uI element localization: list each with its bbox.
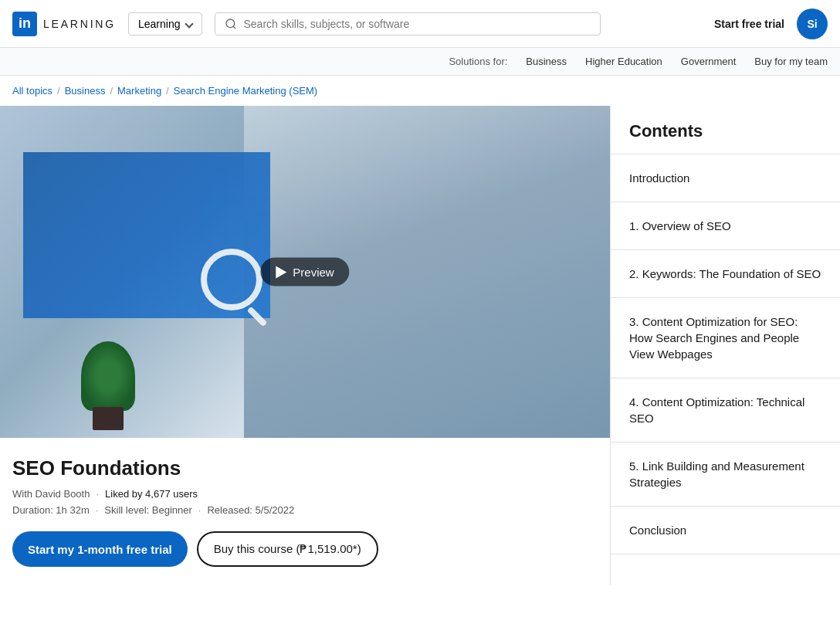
course-likes: Liked by 4,677 users bbox=[105, 488, 198, 500]
course-blue-overlay bbox=[23, 152, 270, 318]
solutions-government-link[interactable]: Government bbox=[681, 56, 737, 67]
course-duration: Duration: 1h 32m bbox=[12, 504, 90, 516]
course-image-bg: Preview bbox=[0, 106, 610, 438]
meta-dot-3: · bbox=[198, 504, 202, 516]
solutions-business-link[interactable]: Business bbox=[526, 56, 567, 67]
course-info: SEO Foundations With David Booth · Liked… bbox=[0, 438, 610, 567]
course-meta: With David Booth · Liked by 4,677 users bbox=[12, 488, 598, 500]
course-image: Preview bbox=[0, 106, 610, 438]
meta-dot-1: · bbox=[96, 488, 99, 500]
course-title: SEO Foundations bbox=[12, 456, 598, 480]
search-input[interactable] bbox=[243, 18, 591, 30]
svg-line-1 bbox=[234, 26, 236, 29]
start-free-trial-link[interactable]: Start free trial bbox=[714, 18, 784, 30]
contents-item-technical-seo[interactable]: 4. Content Optimization: Technical SEO bbox=[611, 378, 840, 442]
solutions-buy-team-link[interactable]: Buy for my team bbox=[754, 56, 828, 67]
logo-area: in LEARNING bbox=[12, 12, 116, 36]
signin-button[interactable]: Si bbox=[797, 8, 828, 39]
plant-pot bbox=[93, 407, 124, 430]
breadcrumb-marketing[interactable]: Marketing bbox=[117, 85, 161, 97]
plant-decoration bbox=[77, 337, 139, 430]
chevron-down-icon bbox=[185, 19, 194, 28]
sub-header: Solutions for: Business Higher Education… bbox=[0, 48, 840, 76]
cta-buttons: Start my 1-month free trial Buy this cou… bbox=[12, 531, 598, 567]
course-released: Released: 5/5/2022 bbox=[207, 504, 294, 516]
contents-item-link-building[interactable]: 5. Link Building and Measurement Strateg… bbox=[611, 442, 840, 507]
contents-item-content-opt-seo[interactable]: 3. Content Optimization for SEO: How Sea… bbox=[611, 298, 840, 378]
breadcrumb-sem[interactable]: Search Engine Marketing (SEM) bbox=[174, 85, 317, 97]
breadcrumb-sep-2: / bbox=[110, 85, 113, 97]
solutions-higher-ed-link[interactable]: Higher Education bbox=[585, 56, 662, 67]
breadcrumb-sep-3: / bbox=[166, 85, 169, 97]
svg-point-0 bbox=[226, 19, 235, 28]
play-icon bbox=[276, 266, 286, 278]
breadcrumb-sep-1: / bbox=[57, 85, 60, 97]
search-icon bbox=[225, 18, 237, 30]
start-trial-button[interactable]: Start my 1-month free trial bbox=[12, 531, 188, 567]
linkedin-logo[interactable]: in bbox=[12, 12, 37, 36]
learning-brand: LEARNING bbox=[43, 18, 116, 30]
contents-item-conclusion[interactable]: Conclusion bbox=[611, 507, 840, 554]
left-content: Preview SEO Foundations With David Booth… bbox=[0, 106, 610, 585]
contents-header: Contents bbox=[611, 106, 840, 154]
breadcrumb: All topics / Business / Marketing / Sear… bbox=[0, 76, 840, 106]
plant-leaves bbox=[81, 341, 135, 411]
meta-dot-2: · bbox=[96, 504, 99, 516]
contents-item-keywords[interactable]: 2. Keywords: The Foundation of SEO bbox=[611, 250, 840, 298]
learning-dropdown[interactable]: Learning bbox=[128, 12, 203, 36]
header-right: Start free trial Si bbox=[714, 8, 828, 39]
contents-sidebar: Contents Introduction 1. Overview of SEO… bbox=[610, 106, 840, 585]
preview-button[interactable]: Preview bbox=[260, 258, 349, 286]
course-details: Duration: 1h 32m · Skill level: Beginner… bbox=[12, 504, 598, 516]
course-author: With David Booth bbox=[12, 488, 90, 500]
search-bar bbox=[215, 12, 601, 36]
contents-item-overview-seo[interactable]: 1. Overview of SEO bbox=[611, 202, 840, 250]
solutions-label: Solutions for: bbox=[449, 56, 507, 67]
contents-item-introduction[interactable]: Introduction bbox=[611, 154, 840, 202]
breadcrumb-all-topics[interactable]: All topics bbox=[12, 85, 52, 97]
course-search-visual bbox=[170, 222, 270, 322]
breadcrumb-business[interactable]: Business bbox=[65, 85, 106, 97]
main-layout: Preview SEO Foundations With David Booth… bbox=[0, 106, 840, 585]
course-skill-level: Skill level: Beginner bbox=[104, 504, 191, 516]
main-header: in LEARNING Learning Start free trial Si bbox=[0, 0, 840, 48]
search-circle-icon bbox=[201, 249, 262, 310]
buy-course-button[interactable]: Buy this course (₱1,519.00*) bbox=[197, 531, 378, 567]
